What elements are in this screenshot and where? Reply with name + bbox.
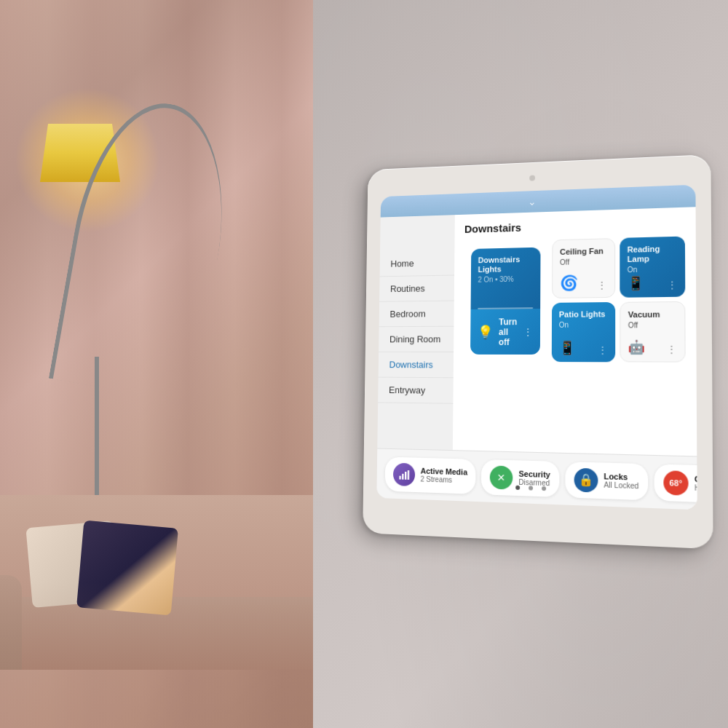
tile-vacuum[interactable]: Vacuum Off 🤖 ⋮ — [620, 301, 685, 363]
tile-ceiling-fan[interactable]: Turn all off Ceiling Fan Off 🌀 ⋮ — [552, 238, 615, 298]
turn-all-off-tile[interactable]: 💡 Turn all off ⋮ — [470, 309, 540, 355]
x-mark-icon: ✕ — [497, 471, 506, 483]
patio-lights-more-icon[interactable]: ⋮ — [597, 344, 607, 356]
lock-icon: 🔒 — [578, 472, 593, 487]
svg-rect-0 — [399, 475, 400, 479]
section-title: Downstairs — [464, 216, 685, 235]
patio-lights-icon-area: 📱 ⋮ — [559, 340, 608, 356]
living-room-background — [0, 0, 313, 728]
sidebar-item-dining-room[interactable]: Dining Room — [379, 327, 454, 352]
wall-background: ⌄ 9:45 Home Routines Bedroom — [313, 0, 728, 728]
page-dot-2 — [529, 486, 533, 490]
locks-text: Locks All Locked — [604, 472, 638, 490]
reading-lamp-icon-area: 📱 ⋮ — [628, 274, 678, 292]
locks-icon: 🔒 — [574, 467, 598, 492]
climate-icon: 68° — [663, 470, 688, 496]
active-media-card[interactable]: Active Media 2 Streams — [385, 456, 476, 494]
tile-downstairs-lights[interactable]: Downstairs Lights 2 On • 30% 💡 Turn all … — [463, 240, 547, 363]
sidebar-item-routines[interactable]: Routines — [379, 275, 454, 301]
tiles-grid: Downstairs Lights 2 On • 30% 💡 Turn all … — [463, 237, 685, 363]
vacuum-status: Off — [628, 321, 677, 330]
locks-subtitle: All Locked — [604, 480, 638, 490]
sidebar-item-downstairs[interactable]: Downstairs — [379, 352, 454, 378]
vacuum-icon: 🤖 — [628, 339, 645, 356]
active-media-text: Active Media 2 Streams — [421, 467, 468, 485]
blur-overlay — [0, 582, 313, 728]
downstairs-lights-name: Downstairs Lights — [478, 255, 534, 274]
locks-card[interactable]: 🔒 Locks All Locked — [565, 462, 648, 500]
reading-lamp-more-icon[interactable]: ⋮ — [667, 279, 678, 291]
page-dot-1 — [515, 486, 520, 490]
vacuum-icon-area: 🤖 ⋮ — [628, 339, 677, 356]
downstairs-lights-top: Downstairs Lights 2 On • 30% — [471, 248, 541, 309]
camera-dot — [529, 175, 535, 181]
active-media-icon — [393, 462, 415, 486]
temperature-display: 68° — [669, 478, 682, 487]
patio-lights-name: Patio Lights — [559, 309, 608, 320]
active-media-subtitle: 2 Streams — [421, 475, 467, 485]
ceiling-fan-status: Off — [560, 258, 607, 266]
turn-all-off-label: Turn all off — [499, 317, 517, 347]
vacuum-more-icon[interactable]: ⋮ — [666, 344, 677, 356]
echo-show-device: ⌄ 9:45 Home Routines Bedroom — [363, 154, 713, 549]
light-bulb-icon: 💡 — [478, 324, 493, 340]
ceiling-fan-icon-area: 🌀 ⋮ — [560, 274, 607, 292]
fan-icon: 🌀 — [560, 274, 578, 291]
security-card[interactable]: ✕ Security Disarmed — [481, 459, 559, 497]
reading-lamp-status: On — [628, 265, 678, 274]
ceiling-fan-name-display: Ceiling Fan — [560, 246, 607, 257]
vacuum-name: Vacuum — [628, 309, 677, 320]
reading-lamp-icon: 📱 — [628, 275, 644, 292]
sidebar-item-entryway[interactable]: Entryway — [378, 378, 454, 404]
tile-reading-lamp[interactable]: Reading Lamp On 📱 ⋮ — [620, 237, 685, 298]
svg-rect-1 — [402, 473, 403, 479]
page-dot-3 — [542, 486, 546, 491]
downstairs-lights-status: 2 On • 30% — [478, 275, 533, 284]
bottom-status-bar: Active Media 2 Streams ✕ Security Disarm… — [376, 448, 697, 510]
security-icon: ✕ — [490, 465, 513, 489]
patio-lights-icon: 📱 — [559, 340, 575, 356]
device-screen: ⌄ 9:45 Home Routines Bedroom — [376, 185, 697, 510]
sidebar-item-bedroom[interactable]: Bedroom — [379, 301, 454, 328]
climate-subtitle: Heat — [695, 483, 697, 493]
ceiling-fan-more-icon[interactable]: ⋮ — [596, 280, 606, 291]
sidebar-item-home[interactable]: Home — [380, 250, 455, 277]
security-text: Security Disarmed — [518, 470, 550, 488]
reading-lamp-name: Reading Lamp — [627, 244, 677, 264]
svg-rect-3 — [408, 470, 410, 480]
tile-patio-lights[interactable]: Patio Lights On 📱 ⋮ — [552, 302, 615, 362]
more-options-icon[interactable]: ⋮ — [523, 326, 533, 338]
svg-rect-2 — [405, 471, 406, 479]
chevron-down-icon: ⌄ — [528, 196, 537, 207]
patio-lights-status: On — [559, 321, 608, 329]
climate-text: Clim... Heat — [695, 475, 697, 493]
camera-area — [529, 175, 535, 181]
climate-card[interactable]: 68° Clim... Heat — [654, 464, 697, 503]
